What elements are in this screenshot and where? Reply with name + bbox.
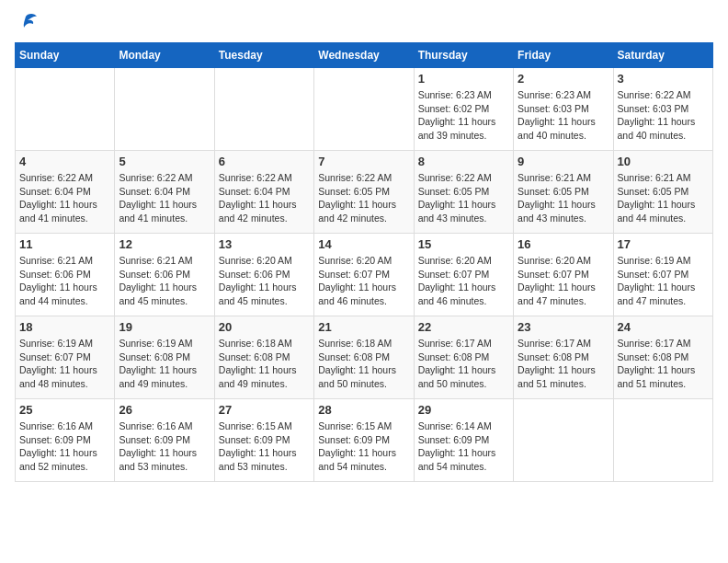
day-number: 10 <box>618 155 709 168</box>
calendar-cell: 9Sunrise: 6:21 AMSunset: 6:05 PMDaylight… <box>514 151 613 234</box>
day-number: 16 <box>518 237 609 251</box>
day-info: Sunrise: 6:19 AMSunset: 6:07 PMDaylight:… <box>618 254 709 308</box>
day-number: 20 <box>219 320 310 334</box>
day-number: 26 <box>119 403 210 417</box>
day-number: 8 <box>418 155 509 168</box>
day-info: Sunrise: 6:15 AMSunset: 6:09 PMDaylight:… <box>318 419 409 474</box>
day-number: 4 <box>19 155 110 168</box>
day-info: Sunrise: 6:17 AMSunset: 6:08 PMDaylight:… <box>618 337 709 391</box>
weekday-header-friday: Friday <box>514 43 613 68</box>
calendar-cell: 24Sunrise: 6:17 AMSunset: 6:08 PMDayligh… <box>613 316 712 399</box>
calendar-cell: 3Sunrise: 6:22 AMSunset: 6:03 PMDaylight… <box>613 68 712 151</box>
day-number: 2 <box>518 72 609 86</box>
day-number: 14 <box>318 237 409 251</box>
calendar-cell: 4Sunrise: 6:22 AMSunset: 6:04 PMDaylight… <box>16 151 115 234</box>
calendar-cell: 13Sunrise: 6:20 AMSunset: 6:06 PMDayligh… <box>214 234 313 316</box>
calendar-cell: 27Sunrise: 6:15 AMSunset: 6:09 PMDayligh… <box>214 399 313 482</box>
calendar-cell: 22Sunrise: 6:17 AMSunset: 6:08 PMDayligh… <box>414 316 513 399</box>
day-number: 29 <box>418 403 509 417</box>
day-info: Sunrise: 6:21 AMSunset: 6:06 PMDaylight:… <box>119 254 210 308</box>
day-number: 24 <box>618 320 709 334</box>
calendar-cell: 5Sunrise: 6:22 AMSunset: 6:04 PMDaylight… <box>115 151 214 234</box>
day-info: Sunrise: 6:16 AMSunset: 6:09 PMDaylight:… <box>19 419 110 474</box>
calendar-cell: 15Sunrise: 6:20 AMSunset: 6:07 PMDayligh… <box>414 234 513 316</box>
calendar-cell <box>214 68 313 151</box>
day-info: Sunrise: 6:22 AMSunset: 6:03 PMDaylight:… <box>618 88 709 143</box>
calendar-cell: 11Sunrise: 6:21 AMSunset: 6:06 PMDayligh… <box>16 234 115 316</box>
calendar-cell: 2Sunrise: 6:23 AMSunset: 6:03 PMDaylight… <box>514 68 613 151</box>
calendar-cell: 14Sunrise: 6:20 AMSunset: 6:07 PMDayligh… <box>314 234 414 316</box>
day-info: Sunrise: 6:18 AMSunset: 6:08 PMDaylight:… <box>219 337 310 391</box>
day-info: Sunrise: 6:16 AMSunset: 6:09 PMDaylight:… <box>119 419 210 474</box>
calendar-week-row: 4Sunrise: 6:22 AMSunset: 6:04 PMDaylight… <box>16 151 713 234</box>
day-info: Sunrise: 6:22 AMSunset: 6:04 PMDaylight:… <box>119 171 210 225</box>
weekday-header-saturday: Saturday <box>613 43 712 68</box>
day-info: Sunrise: 6:23 AMSunset: 6:03 PMDaylight:… <box>518 88 609 143</box>
day-number: 18 <box>19 320 110 334</box>
day-number: 7 <box>318 155 409 168</box>
weekday-header-monday: Monday <box>115 43 214 68</box>
day-info: Sunrise: 6:18 AMSunset: 6:08 PMDaylight:… <box>318 337 409 391</box>
weekday-header-row: SundayMondayTuesdayWednesdayThursdayFrid… <box>16 43 713 68</box>
day-info: Sunrise: 6:22 AMSunset: 6:04 PMDaylight:… <box>219 171 310 225</box>
day-number: 28 <box>318 403 409 417</box>
calendar-week-row: 18Sunrise: 6:19 AMSunset: 6:07 PMDayligh… <box>16 316 713 399</box>
day-number: 23 <box>518 320 609 334</box>
calendar-cell: 23Sunrise: 6:17 AMSunset: 6:08 PMDayligh… <box>514 316 613 399</box>
calendar-week-row: 11Sunrise: 6:21 AMSunset: 6:06 PMDayligh… <box>16 234 713 316</box>
calendar-cell <box>115 68 214 151</box>
day-number: 9 <box>518 155 609 168</box>
calendar-cell: 28Sunrise: 6:15 AMSunset: 6:09 PMDayligh… <box>314 399 414 482</box>
calendar-cell: 19Sunrise: 6:19 AMSunset: 6:08 PMDayligh… <box>115 316 214 399</box>
logo-bird-icon <box>18 11 39 35</box>
day-number: 1 <box>418 72 509 86</box>
calendar-cell: 21Sunrise: 6:18 AMSunset: 6:08 PMDayligh… <box>314 316 414 399</box>
day-info: Sunrise: 6:22 AMSunset: 6:05 PMDaylight:… <box>318 171 409 225</box>
calendar-cell: 1Sunrise: 6:23 AMSunset: 6:02 PMDaylight… <box>414 68 513 151</box>
calendar-week-row: 1Sunrise: 6:23 AMSunset: 6:02 PMDaylight… <box>16 68 713 151</box>
day-number: 5 <box>119 155 210 168</box>
calendar-cell <box>314 68 414 151</box>
day-info: Sunrise: 6:20 AMSunset: 6:07 PMDaylight:… <box>518 254 609 308</box>
calendar-cell: 16Sunrise: 6:20 AMSunset: 6:07 PMDayligh… <box>514 234 613 316</box>
day-info: Sunrise: 6:14 AMSunset: 6:09 PMDaylight:… <box>418 419 509 474</box>
day-info: Sunrise: 6:22 AMSunset: 6:04 PMDaylight:… <box>19 171 110 225</box>
calendar-cell: 20Sunrise: 6:18 AMSunset: 6:08 PMDayligh… <box>214 316 313 399</box>
day-number: 15 <box>418 237 509 251</box>
day-number: 3 <box>618 72 709 86</box>
day-number: 19 <box>119 320 210 334</box>
calendar-cell: 25Sunrise: 6:16 AMSunset: 6:09 PMDayligh… <box>16 399 115 482</box>
calendar-cell: 29Sunrise: 6:14 AMSunset: 6:09 PMDayligh… <box>414 399 513 482</box>
day-number: 17 <box>618 237 709 251</box>
day-info: Sunrise: 6:22 AMSunset: 6:05 PMDaylight:… <box>418 171 509 225</box>
calendar-cell: 26Sunrise: 6:16 AMSunset: 6:09 PMDayligh… <box>115 399 214 482</box>
day-number: 22 <box>418 320 509 334</box>
day-info: Sunrise: 6:20 AMSunset: 6:07 PMDaylight:… <box>318 254 409 308</box>
calendar-cell: 7Sunrise: 6:22 AMSunset: 6:05 PMDaylight… <box>314 151 414 234</box>
calendar-cell: 10Sunrise: 6:21 AMSunset: 6:05 PMDayligh… <box>613 151 712 234</box>
day-info: Sunrise: 6:23 AMSunset: 6:02 PMDaylight:… <box>418 88 509 143</box>
day-number: 21 <box>318 320 409 334</box>
calendar-cell: 6Sunrise: 6:22 AMSunset: 6:04 PMDaylight… <box>214 151 313 234</box>
day-info: Sunrise: 6:19 AMSunset: 6:07 PMDaylight:… <box>19 337 110 391</box>
day-number: 12 <box>119 237 210 251</box>
day-number: 25 <box>19 403 110 417</box>
weekday-header-tuesday: Tuesday <box>214 43 313 68</box>
calendar-table: SundayMondayTuesdayWednesdayThursdayFrid… <box>15 42 713 482</box>
day-info: Sunrise: 6:20 AMSunset: 6:06 PMDaylight:… <box>219 254 310 308</box>
day-number: 11 <box>19 237 110 251</box>
day-info: Sunrise: 6:21 AMSunset: 6:05 PMDaylight:… <box>618 171 709 225</box>
calendar-cell: 8Sunrise: 6:22 AMSunset: 6:05 PMDaylight… <box>414 151 513 234</box>
day-info: Sunrise: 6:20 AMSunset: 6:07 PMDaylight:… <box>418 254 509 308</box>
weekday-header-wednesday: Wednesday <box>314 43 414 68</box>
calendar-cell <box>16 68 115 151</box>
day-info: Sunrise: 6:15 AMSunset: 6:09 PMDaylight:… <box>219 419 310 474</box>
day-info: Sunrise: 6:17 AMSunset: 6:08 PMDaylight:… <box>518 337 609 391</box>
calendar-week-row: 25Sunrise: 6:16 AMSunset: 6:09 PMDayligh… <box>16 399 713 482</box>
day-info: Sunrise: 6:17 AMSunset: 6:08 PMDaylight:… <box>418 337 509 391</box>
weekday-header-thursday: Thursday <box>414 43 513 68</box>
calendar-cell: 17Sunrise: 6:19 AMSunset: 6:07 PMDayligh… <box>613 234 712 316</box>
day-number: 6 <box>219 155 310 168</box>
logo <box>15 15 39 35</box>
calendar-cell <box>613 399 712 482</box>
